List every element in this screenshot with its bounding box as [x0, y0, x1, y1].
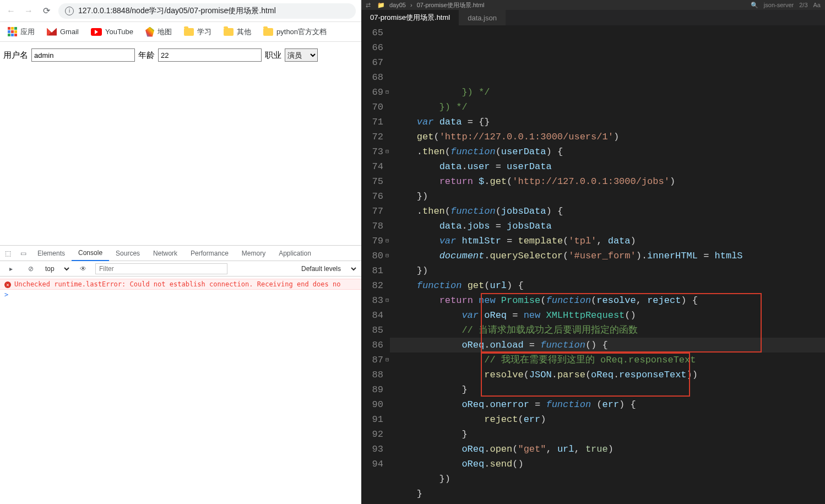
- line-gutter: 6566676869707172737475767778798081828384…: [361, 25, 390, 504]
- error-icon: ✕: [4, 281, 11, 288]
- maps-icon: [145, 27, 154, 37]
- tab-sources[interactable]: Sources: [109, 246, 146, 261]
- tab-network[interactable]: Network: [146, 246, 184, 261]
- back-button[interactable]: ←: [6, 6, 17, 17]
- bookmarks-bar: 应用 Gmail YouTube 地图 学习 其他 python官方文档: [0, 22, 361, 42]
- tab-memory[interactable]: Memory: [235, 246, 272, 261]
- folder-icon: [224, 28, 234, 36]
- bookmark-label: python官方文档: [276, 27, 327, 37]
- code-lines[interactable]: }) */ }) */ var data = {} get('http://12…: [390, 25, 825, 504]
- editor-top-bar: ⇄ 📁 day05 › 07-promise使用场景.html 🔍 json-s…: [361, 0, 825, 10]
- label-username: 用户名: [3, 50, 28, 61]
- bookmark-maps[interactable]: 地图: [145, 27, 172, 37]
- bookmark-label: Gmail: [60, 28, 79, 36]
- browser-window: ← → ⟳ i 127.0.0.1:8848/node学习/day05/07-p…: [0, 0, 361, 504]
- bookmark-study[interactable]: 学习: [184, 27, 211, 37]
- breadcrumb[interactable]: 📁 day05 › 07-promise使用场景.html: [377, 1, 485, 9]
- forward-button[interactable]: →: [23, 6, 34, 17]
- reload-button[interactable]: ⟳: [41, 6, 52, 17]
- console-error-line[interactable]: ✕ Unchecked runtime.lastError: Could not…: [0, 279, 361, 290]
- editor-window: ⇄ 📁 day05 › 07-promise使用场景.html 🔍 json-s…: [361, 0, 825, 504]
- youtube-icon: [91, 28, 102, 36]
- console-toolbar: ▸ ⊘ top 👁 Default levels: [0, 261, 361, 277]
- browser-toolbar: ← → ⟳ i 127.0.0.1:8848/node学习/day05/07-p…: [0, 0, 361, 22]
- console-output: ✕ Unchecked runtime.lastError: Could not…: [0, 277, 361, 504]
- bookmark-python[interactable]: python官方文档: [263, 27, 327, 37]
- apps-shortcut[interactable]: 应用: [8, 27, 35, 37]
- folder-icon: [184, 28, 194, 36]
- console-filter[interactable]: [95, 263, 227, 274]
- username-field[interactable]: [31, 48, 135, 62]
- url-bar[interactable]: i 127.0.0.1:8848/node学习/day05/07-promise…: [58, 3, 356, 19]
- console-sidebar-icon[interactable]: ▸: [3, 261, 19, 277]
- bookmark-youtube[interactable]: YouTube: [91, 28, 133, 36]
- breadcrumb-folder: day05: [389, 2, 406, 8]
- eye-icon[interactable]: 👁: [75, 261, 91, 277]
- search-counter: 2/3: [799, 2, 807, 8]
- clear-console-icon[interactable]: ⊘: [23, 261, 39, 277]
- context-dropdown[interactable]: top: [43, 264, 71, 273]
- tab-application[interactable]: Application: [272, 246, 318, 261]
- breadcrumb-file: 07-promise使用场景.html: [417, 1, 485, 9]
- tab-console[interactable]: Console: [72, 246, 109, 261]
- editor-tabs: 07-promise使用场景.html data.json: [361, 10, 825, 25]
- code-area[interactable]: 6566676869707172737475767778798081828384…: [361, 25, 825, 504]
- inspect-icon[interactable]: ⬚: [0, 246, 15, 261]
- age-field[interactable]: [158, 48, 262, 62]
- bookmark-label: 学习: [197, 27, 211, 37]
- page-content: 用户名 年龄 职业 演员: [0, 42, 361, 68]
- device-toggle-icon[interactable]: ▭: [15, 246, 31, 261]
- bookmark-label: 其他: [237, 27, 251, 37]
- top-icon: ⇄: [366, 2, 371, 9]
- tab-elements[interactable]: Elements: [31, 246, 72, 261]
- label-age: 年龄: [138, 50, 155, 61]
- tab-performance[interactable]: Performance: [184, 246, 235, 261]
- devtools-panel: ⬚ ▭ Elements Console Sources Network Per…: [0, 245, 361, 504]
- bookmark-label: 地图: [158, 27, 172, 37]
- font-icon[interactable]: Aa: [813, 2, 821, 8]
- folder-icon: [263, 28, 273, 36]
- apps-icon: [8, 27, 17, 36]
- editor-tab-datajson[interactable]: data.json: [459, 10, 506, 25]
- label-job: 职业: [265, 50, 281, 61]
- devtools-tabs: ⬚ ▭ Elements Console Sources Network Per…: [0, 246, 361, 261]
- job-select[interactable]: 演员: [285, 48, 318, 62]
- url-text: 127.0.0.1:8848/node学习/day05/07-promise使用…: [78, 6, 276, 16]
- site-info-icon[interactable]: i: [65, 7, 74, 15]
- bookmark-gmail[interactable]: Gmail: [47, 28, 79, 36]
- error-text: Unchecked runtime.lastError: Could not e…: [14, 280, 340, 288]
- console-prompt[interactable]: >: [0, 290, 361, 300]
- apps-label: 应用: [20, 27, 35, 37]
- bookmark-label: YouTube: [105, 28, 133, 36]
- search-term: json-server: [764, 2, 794, 8]
- editor-tab-active[interactable]: 07-promise使用场景.html: [361, 10, 459, 25]
- levels-dropdown[interactable]: Default levels: [299, 264, 358, 273]
- bookmark-other[interactable]: 其他: [224, 27, 251, 37]
- gmail-icon: [47, 28, 57, 36]
